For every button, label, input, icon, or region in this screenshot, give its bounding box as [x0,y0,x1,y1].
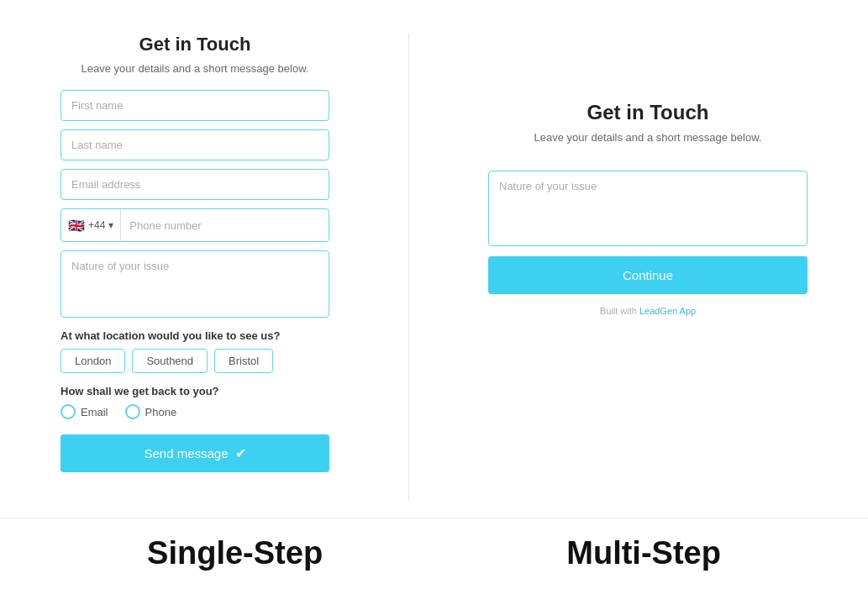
contact-email-option[interactable]: Email [60,404,108,419]
phone-dropdown-icon: ▾ [108,219,113,231]
built-with-prefix: Built with [600,306,639,316]
phone-code: +44 [88,219,105,231]
contact-question: How shall we get back to you? [60,385,219,397]
phone-number-input[interactable] [121,211,329,240]
phone-flag-selector[interactable]: 🇬🇧 +44 ▾ [61,209,121,241]
built-with-text: Built with LeadGen App [600,306,696,316]
location-question: At what location would you like to see u… [60,329,280,342]
location-southend[interactable]: Southend [132,349,208,373]
location-london[interactable]: London [60,349,125,373]
contact-phone-option[interactable]: Phone [125,404,177,419]
continue-button-label: Continue [623,268,673,282]
radio-email-circle [60,404,76,419]
multi-step-subtitle: Leave your details and a short message b… [534,131,761,144]
contact-phone-label: Phone [145,406,177,418]
contact-email-label: Email [81,406,108,418]
flag-emoji: 🇬🇧 [68,218,85,234]
radio-phone-circle [125,404,140,419]
location-buttons: London Southend Bristol [60,349,273,373]
contact-options: Email Phone [60,404,176,419]
labels-row: Single-Step Multi-Step [0,518,868,605]
single-step-form: Get in Touch Leave your details and a sh… [60,34,329,472]
location-bristol[interactable]: Bristol [214,349,273,373]
single-step-fields: 🇬🇧 +44 ▾ [60,90,329,318]
multi-step-issue-textarea[interactable] [488,171,808,246]
single-step-title: Get in Touch [139,34,251,55]
leadgen-link[interactable]: LeadGen App [639,306,696,316]
issue-textarea[interactable] [60,250,329,318]
send-message-button[interactable]: Send message ✔︎ [60,434,329,472]
send-button-label: Send message [144,446,228,460]
continue-button[interactable]: Continue [488,256,808,294]
send-icon: ✔︎ [235,445,246,461]
multi-step-label: Multi-Step [566,535,721,571]
section-divider [408,34,409,501]
single-step-subtitle: Leave your details and a short message b… [81,62,308,75]
single-step-label: Single-Step [147,535,323,571]
phone-row: 🇬🇧 +44 ▾ [60,208,329,242]
first-name-input[interactable] [60,90,329,121]
last-name-input[interactable] [60,129,329,160]
email-input[interactable] [60,169,329,200]
multi-step-title: Get in Touch [587,101,709,124]
multi-step-form: Get in Touch Leave your details and a sh… [488,34,808,316]
